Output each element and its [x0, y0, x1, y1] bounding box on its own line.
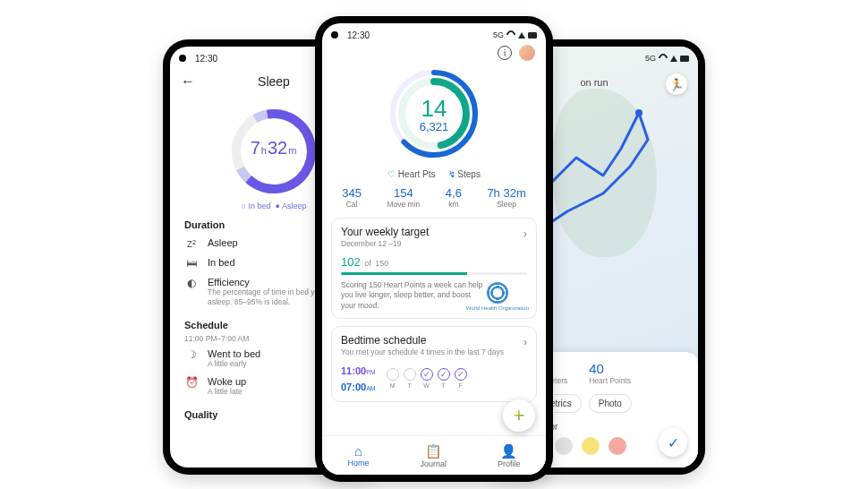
- color-grey[interactable]: [555, 437, 573, 455]
- chevron-right-icon: ›: [523, 336, 527, 348]
- weekly-target-card[interactable]: › Your weekly target December 12 –19 102…: [331, 218, 537, 319]
- ring-legend: Heart Pts Steps: [322, 169, 546, 179]
- runner-icon[interactable]: 🏃: [666, 73, 687, 95]
- moon-icon: ☽: [184, 348, 199, 361]
- run-title: on run: [580, 77, 608, 88]
- chip-photo[interactable]: Photo: [589, 394, 632, 413]
- confirm-button[interactable]: ✓: [659, 428, 687, 457]
- stat-cal[interactable]: 345Cal: [342, 186, 362, 209]
- svg-point-3: [635, 109, 642, 116]
- half-circle-icon: ◐: [184, 277, 199, 289]
- phone-home: 12:30 5G i 14 6,321 Heart: [315, 16, 553, 482]
- who-logo-icon: [487, 282, 508, 304]
- nav-journal[interactable]: 📋Journal: [420, 443, 447, 468]
- bed-icon: 🛏: [184, 257, 199, 270]
- nav-home[interactable]: ⌂Home: [347, 443, 369, 468]
- journal-icon: 📋: [420, 443, 447, 459]
- alarm-icon: ⏰: [184, 376, 199, 389]
- stat-movemin[interactable]: 154Move min: [387, 186, 420, 209]
- profile-icon: 👤: [498, 443, 521, 459]
- status-bar: 12:30 5G: [322, 23, 546, 43]
- stat-sleep[interactable]: 7h 32mSleep: [487, 186, 525, 209]
- bedtime-days: M T ✓W ✓T ✓F: [387, 368, 467, 389]
- bedtime-card[interactable]: › Bedtime schedule You met your schedule…: [331, 326, 537, 402]
- add-button[interactable]: +: [503, 399, 535, 432]
- sleep-icon: z²: [184, 237, 199, 250]
- chevron-right-icon: ›: [523, 227, 527, 240]
- info-icon[interactable]: i: [498, 46, 512, 60]
- avatar[interactable]: [519, 45, 535, 61]
- back-icon[interactable]: ←: [181, 73, 195, 90]
- who-badge: World Health Organization: [466, 282, 529, 312]
- ring-values: 14 6,321: [322, 97, 546, 133]
- home-icon: ⌂: [347, 443, 369, 459]
- stat-heartpts: 40Heart Points: [589, 361, 631, 385]
- weekly-progress: 102 of 150: [341, 253, 527, 275]
- bottom-nav: ⌂Home 📋Journal 👤Profile: [322, 435, 546, 475]
- nav-profile[interactable]: 👤Profile: [498, 443, 521, 468]
- color-yellow[interactable]: [582, 437, 600, 455]
- stat-km[interactable]: 4,6km: [446, 186, 462, 209]
- color-red[interactable]: [608, 437, 626, 455]
- clock: 12:30: [195, 54, 217, 64]
